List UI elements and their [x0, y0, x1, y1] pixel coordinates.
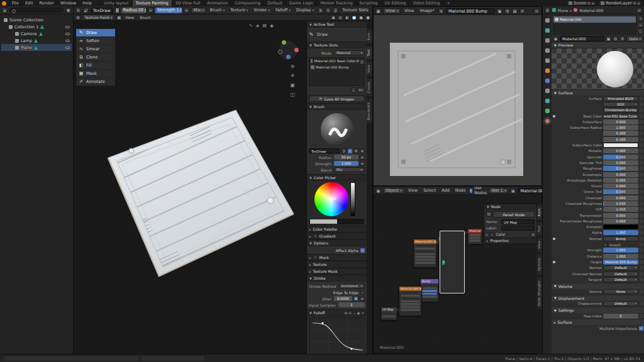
- zoom-icon[interactable]: ⊕: [290, 63, 295, 69]
- strength-pressure-icon[interactable]: ✑: [184, 8, 189, 13]
- node-socket-row[interactable]: [422, 295, 437, 298]
- color-picker-panel-header[interactable]: ▼Color Picker: [307, 174, 367, 181]
- axis-neg-dot[interactable]: [278, 50, 282, 54]
- open-folder-icon[interactable]: ▤: [512, 8, 518, 14]
- image-icon[interactable]: ▦: [116, 15, 121, 20]
- animate-dot[interactable]: [640, 231, 643, 234]
- workspace-tab[interactable]: Motion Tracking: [317, 0, 356, 6]
- stroke-panel-header[interactable]: ▼Stroke: [307, 275, 367, 282]
- value-slider[interactable]: 0.100: [603, 137, 638, 142]
- user-count-button[interactable]: 2: [341, 148, 347, 153]
- add-slot-button[interactable]: ＋: [359, 59, 365, 65]
- material-slot-row[interactable]: Material.000: [553, 16, 636, 23]
- node-socket-row[interactable]: [469, 239, 480, 242]
- viewport-menu[interactable]: Brush: [138, 15, 152, 19]
- shader-node[interactable]: Material.000 Bump: [399, 286, 422, 316]
- menubar-item[interactable]: Edit: [23, 0, 36, 6]
- fake-user-icon[interactable]: ▣: [606, 36, 611, 41]
- options-icon[interactable]: ◉: [270, 23, 274, 28]
- material-browse-icon[interactable]: ◉: [510, 188, 516, 194]
- node-socket-row[interactable]: [382, 312, 396, 315]
- tool-tab-icon[interactable]: [545, 18, 550, 23]
- shader-node[interactable]: Material.001 Base Color.001: [413, 239, 437, 268]
- brush-name-field[interactable]: TexDraw: [91, 8, 113, 13]
- editor-type-icon[interactable]: ⊞: [75, 15, 80, 20]
- editor-type-icon[interactable]: ▦: [375, 8, 381, 14]
- modifiers-tab-icon[interactable]: [545, 79, 550, 83]
- annotate-icon[interactable]: ✎: [249, 23, 253, 28]
- workspace-tab[interactable]: 3D View Full: [172, 0, 204, 6]
- mirror-axis-toggle[interactable]: X: [318, 8, 323, 13]
- pan-icon[interactable]: ✛: [290, 73, 295, 79]
- tool-header-menu[interactable]: Texture ▾: [228, 8, 250, 13]
- new-layer-icon[interactable]: ⧉: [633, 1, 636, 6]
- animate-dot[interactable]: [640, 131, 643, 135]
- texture-mask-panel-header[interactable]: ▸Texture Mask: [307, 268, 367, 275]
- axis-navigation-gizmo[interactable]: [279, 41, 297, 60]
- refresh-icon[interactable]: ⟳: [486, 211, 492, 217]
- value-slider[interactable]: 0.000: [603, 148, 638, 153]
- unlink-icon[interactable]: ✕: [619, 36, 625, 41]
- animate-dot[interactable]: [640, 314, 643, 318]
- value-slider[interactable]: 0.030: [603, 201, 638, 206]
- node-socket-row[interactable]: [422, 287, 437, 290]
- grid-icon[interactable]: ▤: [262, 23, 267, 28]
- workspace-tab[interactable]: UV Editing: [381, 0, 409, 6]
- color-swatch-bar[interactable]: [309, 219, 364, 224]
- blend-select[interactable]: Mix▾: [334, 167, 365, 172]
- blend-mode-select[interactable]: Mix▾: [191, 8, 206, 13]
- node-socket-row[interactable]: [422, 284, 437, 287]
- image-editor-menu[interactable]: Image*: [418, 8, 436, 13]
- unlink-icon[interactable]: ✕: [519, 8, 525, 14]
- animate-dot[interactable]: [640, 155, 643, 159]
- filter-icon[interactable]: ▼: [65, 8, 71, 13]
- invert-checkbox[interactable]: [603, 243, 608, 247]
- value-select[interactable]: Default▾: [603, 272, 638, 277]
- zoom-out-icon[interactable]: ⊖: [348, 311, 352, 315]
- add-slot-button[interactable]: ＋: [638, 16, 643, 21]
- sidebar-tab[interactable]: BlenderKit: [367, 99, 372, 124]
- tool-button[interactable]: ◧Fill: [76, 62, 115, 70]
- editor-type-icon[interactable]: ≡: [2, 8, 8, 13]
- texture-slots-panel-header[interactable]: ▼Texture Slots: [307, 41, 367, 48]
- visibility-eye-icon[interactable]: [65, 33, 70, 35]
- visibility-eye-icon[interactable]: [65, 40, 70, 42]
- duplicate-icon[interactable]: ⧉: [353, 148, 358, 153]
- pivot-icon[interactable]: ◉: [357, 311, 360, 315]
- proportional-edit-icon[interactable]: ◎: [338, 15, 343, 20]
- gradient-checkbox[interactable]: [313, 234, 318, 238]
- settings-section-header[interactable]: ▼Settings: [552, 307, 644, 313]
- animate-dot[interactable]: [640, 272, 643, 276]
- duplicate-icon[interactable]: ⧉: [613, 36, 618, 41]
- node-socket-row[interactable]: [447, 261, 448, 263]
- axis-z-dot[interactable]: [286, 55, 291, 59]
- tool-header-menu[interactable]: Display ▾: [294, 8, 316, 13]
- tool-icon[interactable]: ✎: [75, 8, 81, 13]
- brush-preview-sphere[interactable]: [321, 113, 353, 146]
- animate-dot[interactable]: [640, 214, 643, 217]
- value-slider[interactable]: 0.500: [603, 166, 638, 171]
- pin-icon[interactable]: ✑: [636, 8, 642, 13]
- workspace-tab[interactable]: Compositing: [231, 0, 264, 6]
- viewport-menu[interactable]: View: [123, 15, 136, 19]
- color-swatch[interactable]: [603, 224, 638, 229]
- value-slider[interactable]: 0.000: [603, 219, 638, 224]
- value-slider[interactable]: 1.000: [603, 125, 638, 130]
- slot-specials-button[interactable]: ⌄: [638, 28, 643, 34]
- visibility-eye-icon[interactable]: [65, 47, 70, 49]
- node-socket-row[interactable]: [469, 234, 480, 236]
- value-slider[interactable]: [350, 182, 355, 216]
- animate-dot[interactable]: [640, 248, 643, 252]
- node-socket-row[interactable]: [401, 292, 420, 294]
- workspace-tab[interactable]: Default: [264, 0, 286, 6]
- animate-dot[interactable]: [640, 196, 643, 200]
- material-tab-icon[interactable]: [545, 119, 550, 123]
- shader-type-select[interactable]: Object▾: [383, 188, 404, 194]
- view-layer-tab-icon[interactable]: [545, 48, 550, 53]
- animate-dot[interactable]: [640, 108, 643, 112]
- object-tab-icon[interactable]: [545, 69, 550, 73]
- editor-type-icon[interactable]: ◉: [375, 188, 381, 194]
- value-slider[interactable]: 1.000: [603, 230, 638, 235]
- render-tab-icon[interactable]: [545, 28, 550, 33]
- presets-icon[interactable]: ≡: [531, 233, 535, 236]
